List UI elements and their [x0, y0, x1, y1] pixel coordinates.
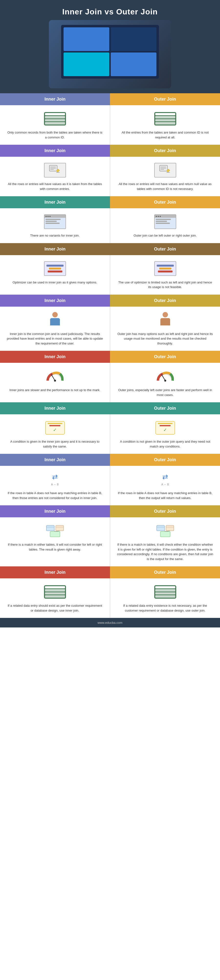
inner-content-sec4: Optimizer can be used in inner join as i…: [0, 255, 110, 294]
inner-content-sec1: Only common records from both the tables…: [0, 105, 110, 145]
svg-rect-27: [160, 531, 170, 537]
edit-icon: [154, 163, 176, 178]
db-icon: [153, 522, 177, 539]
edit-icon: [153, 162, 177, 179]
db-svg: [45, 524, 65, 538]
section-content-sec4: Optimizer can be used in inner join as i…: [0, 255, 220, 295]
table-icon: [154, 112, 176, 126]
table-icon: [44, 585, 66, 599]
laptop-tile-2: [111, 27, 156, 51]
section-header-sec6: Inner JoinOuter Join: [0, 351, 220, 363]
outer-content-sec5: Outer join has many options such as left…: [110, 307, 220, 351]
browser-icon: [153, 213, 177, 230]
cond-line: [159, 425, 171, 426]
outer-join-header-sec8: Outer Join: [110, 454, 220, 466]
inner-content-sec9: If there is a match in either tables, it…: [0, 517, 110, 566]
inner-text-sec2: All the rows or entries will have values…: [6, 181, 104, 191]
outer-text-sec6: Outer joins, especially left outer joins…: [116, 388, 214, 397]
outer-join-header-sec9: Outer Join: [110, 505, 220, 517]
speed-icon: [43, 368, 67, 385]
page-footer: www.educba.com: [0, 618, 220, 627]
speed-wrapper: [154, 369, 176, 383]
inner-content-sec2: All the rows or entries will have values…: [0, 157, 110, 196]
table-icon: [44, 112, 66, 126]
person-head: [163, 312, 168, 317]
laptop-tile-3: [64, 52, 109, 76]
browser-bar: [155, 215, 176, 218]
section-content-sec7: ✓ A condition is given in the inner join…: [0, 414, 220, 454]
inner-join-header-sec3: Inner Join: [0, 196, 110, 208]
outer-content-sec7: ✓ A condition is not given in the outer …: [110, 414, 220, 453]
person-body: [50, 318, 60, 325]
outer-content-sec8: ⇄ A ↔ B If the rows in table A does not …: [110, 466, 220, 505]
outer-content-sec6: Outer joins, especially left outer joins…: [110, 363, 220, 402]
section-header-sec2: Inner JoinOuter Join: [0, 145, 220, 157]
inner-text-sec8: If the rows in table A does not have any…: [6, 491, 104, 500]
outer-content-sec2: All the rows or entries will not have va…: [110, 157, 220, 196]
inner-join-header-sec4: Inner Join: [0, 243, 110, 255]
svg-rect-23: [157, 525, 164, 531]
inner-content-sec3: There are no variants for inner join.: [0, 208, 110, 243]
person-icon-brown: [158, 312, 172, 328]
optimizer-icon: [154, 261, 176, 276]
arrow-r-icon: ⇄: [162, 473, 168, 481]
arrows-icon: ⇄ A ↔ B: [155, 473, 175, 485]
edit-svg: [49, 165, 61, 176]
laptop-tile-1: [64, 27, 109, 51]
svg-line-14: [162, 374, 165, 380]
browser-content: [45, 218, 65, 225]
opt-bar: [48, 270, 62, 272]
section-content-sec5: Inner join is the common join and is use…: [0, 307, 220, 351]
section-sec7: Inner JoinOuter Join ✓ A condition is gi…: [0, 402, 220, 454]
browser-line: [45, 223, 60, 224]
cond-line: [49, 425, 61, 426]
browser-line: [45, 219, 61, 220]
laptop-tile-4: [111, 52, 156, 76]
svg-rect-20: [50, 531, 60, 537]
browser-dot: [49, 216, 51, 217]
db-icon-wrap: [44, 524, 66, 538]
outer-text-sec2: All the rows or entries will not have va…: [116, 181, 214, 191]
outer-text-sec8: If the rows in table A does not have any…: [116, 491, 214, 500]
section-header-sec10: Inner JoinOuter Join: [0, 566, 220, 578]
cond-line: [48, 423, 62, 424]
browser-line: [156, 223, 170, 224]
opt-bar: [49, 267, 61, 269]
inner-join-header-sec1: Inner Join: [0, 93, 110, 105]
cond-check: ✓: [53, 427, 57, 433]
table2-icon: [43, 583, 67, 600]
speed-svg: [157, 371, 174, 382]
optimizer-icon: [153, 260, 177, 277]
section-content-sec1: Only common records from both the tables…: [0, 105, 220, 145]
person-blue-icon: [43, 312, 67, 329]
outer-content-sec9: If there is a match in tables, it will c…: [110, 517, 220, 566]
condition-icon: ✓: [153, 419, 177, 436]
condition-icon: ✓: [43, 419, 67, 436]
arrows-icon: ⇄ A ↔ B: [153, 471, 177, 488]
section-sec5: Inner JoinOuter Join Inner join is the c…: [0, 295, 220, 351]
section-header-sec3: Inner JoinOuter Join: [0, 196, 220, 208]
table-icon: [43, 110, 67, 127]
inner-text-sec10: If a related data entry should exist as …: [6, 603, 104, 613]
browser-icon: [44, 214, 66, 229]
arrow-r-icon: ⇄: [52, 473, 58, 481]
condition-icon: ✓: [155, 421, 175, 434]
arrow-right: ⇄: [162, 473, 168, 481]
section-sec3: Inner JoinOuter Join There are no varian…: [0, 196, 220, 243]
section-sec2: Inner JoinOuter Join All the rows or ent…: [0, 145, 220, 196]
section-sec10: Inner JoinOuter Join If a related data e…: [0, 566, 220, 618]
outer-text-sec9: If there is a match in tables, it will c…: [116, 542, 214, 561]
section-header-sec5: Inner JoinOuter Join: [0, 295, 220, 307]
inner-join-header-sec7: Inner Join: [0, 402, 110, 414]
browser-icon: [154, 214, 176, 229]
page-header: Inner Join vs Outer Join: [0, 0, 220, 93]
optimizer-icon: [43, 260, 67, 277]
db-icon: [43, 522, 67, 539]
inner-content-sec5: Inner join is the common join and is use…: [0, 307, 110, 351]
section-sec1: Inner JoinOuter Join Only common records…: [0, 93, 220, 145]
inner-content-sec10: If a related data entry should exist as …: [0, 578, 110, 618]
browser-dot: [159, 216, 161, 217]
outer-content-sec3: Outer join can be left outer or right ou…: [110, 208, 220, 243]
outer-join-header-sec5: Outer Join: [110, 295, 220, 307]
edit-icon: [43, 162, 67, 179]
